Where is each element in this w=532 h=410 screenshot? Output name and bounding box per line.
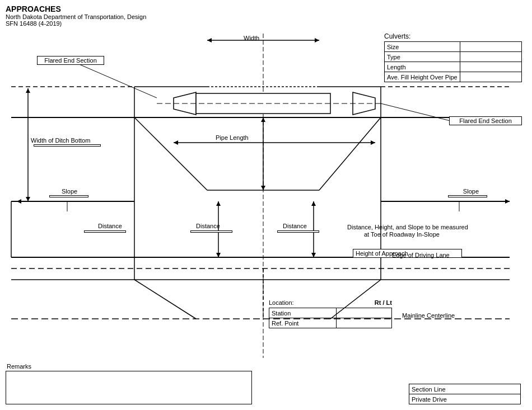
culverts-area: Culverts: Size Type Length Ave. Fill Hei… — [384, 32, 522, 82]
edge-driving-lane-label: Edge of Driving Lane — [392, 252, 450, 258]
svg-marker-10 — [315, 38, 319, 43]
remarks-box — [6, 371, 252, 404]
culverts-fill-row: Ave. Fill Height Over Pipe — [385, 72, 522, 82]
svg-marker-37 — [216, 253, 221, 257]
flared-end-section-left-label: Flared End Section — [37, 56, 104, 65]
slope-left-label: Slope — [62, 188, 77, 195]
private-drive-label: Private Drive — [409, 394, 521, 404]
section-private-table: Section Line Private Drive — [409, 384, 521, 404]
width-ditch-bottom-value — [34, 144, 101, 147]
culverts-length-row: Length — [385, 62, 522, 72]
rt-lt-label: Rt / Lt — [375, 299, 392, 306]
ref-point-value — [337, 318, 392, 328]
svg-line-52 — [381, 103, 459, 123]
flared-end-section-right-label: Flared End Section — [449, 116, 522, 125]
pipe-length-label: Pipe Length — [216, 134, 249, 141]
svg-marker-31 — [26, 88, 30, 93]
distance-note2-label: at Toe of Roadway In-Slope — [364, 231, 440, 238]
culverts-type-label: Type — [385, 52, 460, 62]
svg-marker-32 — [26, 197, 30, 201]
distance-center-right-value — [277, 230, 319, 233]
distance-note-label: Distance, Height, and Slope to be measur… — [347, 224, 468, 230]
svg-marker-42 — [261, 117, 265, 122]
ref-point-label: Ref. Point — [269, 318, 337, 328]
culverts-type-value — [460, 52, 521, 62]
svg-line-18 — [134, 117, 207, 190]
location-area: Location: Rt / Lt Station Ref. Point — [269, 299, 392, 328]
svg-marker-39 — [311, 201, 316, 206]
slope-right-value — [448, 195, 487, 197]
station-label: Station — [269, 308, 337, 318]
slope-left-value — [49, 195, 88, 197]
distance-center-left-value — [190, 230, 232, 233]
svg-line-49 — [134, 280, 196, 319]
distance-left-value — [84, 230, 126, 233]
section-line-label: Section Line — [409, 384, 521, 394]
culverts-label: Culverts: — [384, 32, 522, 40]
svg-marker-36 — [216, 201, 221, 206]
distance-center-left-label: Distance — [196, 223, 220, 229]
culverts-size-value — [460, 42, 521, 52]
main-container: APPROACHES North Dakota Department of Tr… — [0, 0, 532, 410]
station-value — [337, 308, 392, 318]
location-label: Location: — [269, 299, 294, 306]
width-label: Width — [244, 35, 259, 41]
private-drive-row: Private Drive — [409, 394, 521, 404]
svg-line-51 — [73, 62, 157, 98]
culverts-size-label: Size — [385, 42, 460, 52]
svg-marker-40 — [311, 253, 316, 257]
mainline-centerline-label: Mainline Centerline — [402, 312, 455, 319]
distance-center-right-label: Distance — [283, 223, 307, 229]
station-row: Station — [269, 308, 392, 318]
culverts-length-value — [460, 62, 521, 72]
remarks-label: Remarks — [7, 363, 31, 370]
svg-marker-25 — [17, 199, 21, 204]
slope-right-label: Slope — [463, 188, 479, 195]
culverts-length-label: Length — [385, 62, 460, 72]
svg-marker-17 — [371, 140, 375, 145]
section-line-row: Section Line — [409, 384, 521, 394]
svg-line-19 — [319, 117, 381, 190]
location-table: Station Ref. Point — [269, 308, 392, 328]
culverts-fill-value — [460, 72, 521, 82]
svg-marker-16 — [174, 140, 178, 145]
distance-left-label: Distance — [98, 223, 122, 229]
svg-marker-28 — [505, 199, 510, 204]
ref-point-row: Ref. Point — [269, 318, 392, 328]
culverts-fill-label: Ave. Fill Height Over Pipe — [385, 72, 460, 82]
culverts-size-row: Size — [385, 42, 522, 52]
width-ditch-bottom-label: Width of Ditch Bottom — [31, 137, 90, 144]
culverts-type-row: Type — [385, 52, 522, 62]
svg-marker-43 — [261, 186, 265, 190]
culverts-table: Size Type Length Ave. Fill Height Over P… — [384, 41, 522, 82]
svg-marker-9 — [207, 38, 212, 43]
